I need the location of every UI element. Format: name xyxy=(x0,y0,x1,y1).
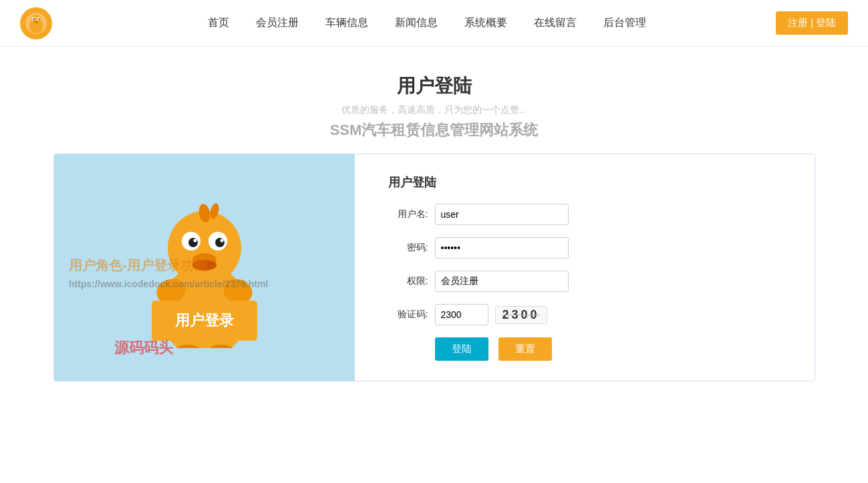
reset-button[interactable]: 重置 xyxy=(498,337,552,361)
captcha-row: 验证码: 2300 xyxy=(388,304,781,325)
svg-point-2 xyxy=(31,15,41,25)
captcha-group: 2300 xyxy=(435,304,547,325)
nav-register[interactable]: 会员注册 xyxy=(256,16,299,30)
nav-overview[interactable]: 系统概要 xyxy=(464,16,507,30)
password-row: 密码: xyxy=(388,237,781,259)
svg-point-13 xyxy=(215,238,225,247)
svg-point-17 xyxy=(192,260,216,271)
nav-message[interactable]: 在线留言 xyxy=(534,16,577,30)
page-title: 用户登陆 xyxy=(0,73,868,99)
bottom-area xyxy=(0,395,868,426)
username-input[interactable] xyxy=(435,204,569,225)
role-row: 权限: xyxy=(388,271,781,292)
password-input[interactable] xyxy=(435,237,569,259)
nav-admin[interactable]: 后台管理 xyxy=(603,16,646,30)
page-subtitle: 优质的服务，高速高质，只为您的一个点赞... xyxy=(0,104,868,116)
svg-point-5 xyxy=(33,18,34,19)
nav-vehicles[interactable]: 车辆信息 xyxy=(325,16,368,30)
login-card: 用户登录 用户角色-用户登录功能 https://www.icodedock.c… xyxy=(53,154,815,381)
logo-area xyxy=(20,7,52,39)
header: 首页 会员注册 车辆信息 新闻信息 系统概要 在线留言 后台管理 注册 | 登陆 xyxy=(0,0,868,47)
button-row: 登陆 重置 xyxy=(388,337,781,361)
svg-point-6 xyxy=(38,18,39,19)
role-input[interactable] xyxy=(435,271,569,292)
login-button[interactable]: 登陆 xyxy=(435,337,488,361)
captcha-label: 验证码: xyxy=(388,309,428,321)
mascot-login-label: 用户登录 xyxy=(152,301,257,341)
main-nav: 首页 会员注册 车辆信息 新闻信息 系统概要 在线留言 后台管理 xyxy=(79,16,776,30)
svg-point-7 xyxy=(34,21,38,23)
nav-news[interactable]: 新闻信息 xyxy=(395,16,438,30)
captcha-input[interactable] xyxy=(435,304,488,325)
svg-point-12 xyxy=(188,238,198,247)
form-title: 用户登陆 xyxy=(388,174,781,190)
register-login-button[interactable]: 注册 | 登陆 xyxy=(776,11,848,35)
mascot-panel: 用户登录 用户角色-用户登录功能 https://www.icodedock.c… xyxy=(54,154,355,381)
system-name: SSM汽车租赁信息管理网站系统 xyxy=(0,120,868,140)
svg-point-15 xyxy=(220,238,223,242)
form-panel: 用户登陆 用户名: 密码: 权限: 验证码: 2300 xyxy=(355,154,815,381)
svg-point-14 xyxy=(193,238,196,242)
captcha-display: 2300 xyxy=(495,306,547,324)
logo-icon xyxy=(20,7,52,39)
login-section: 用户登录 用户角色-用户登录功能 https://www.icodedock.c… xyxy=(0,154,868,381)
username-row: 用户名: xyxy=(388,204,781,225)
page-title-section: 用户登陆 优质的服务，高速高质，只为您的一个点赞... SSM汽车租赁信息管理网… xyxy=(0,47,868,154)
role-label: 权限: xyxy=(388,275,428,287)
password-label: 密码: xyxy=(388,242,428,254)
username-label: 用户名: xyxy=(388,208,428,220)
nav-home[interactable]: 首页 xyxy=(208,16,229,30)
